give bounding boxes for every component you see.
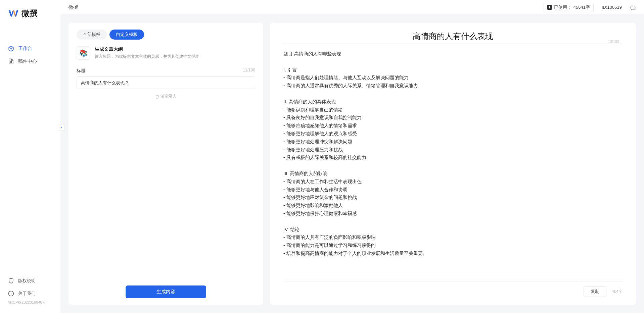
icp-text: 鄂ICP备2022016946号 (0, 300, 60, 308)
cube-icon (8, 46, 14, 52)
nav-workbench[interactable]: 工作台 (0, 42, 60, 55)
usage-value: 45641字 (573, 4, 590, 10)
clear-input-button[interactable]: 清空录入 (77, 94, 255, 99)
word-count: 404字 (612, 289, 623, 295)
nav-label: 工作台 (18, 46, 32, 52)
template-desc: 输入标题，为你提供文章主体的灵感，并为其创建推文提纲 (95, 54, 199, 59)
tab-all-templates[interactable]: 全部模板 (77, 30, 107, 40)
topbar-title: 微撰 (68, 4, 78, 10)
template-card: 📚 生成文章大纲 输入标题，为你提供文章主体的灵感，并为其创建推文提纲 (77, 46, 255, 60)
output-counter: 10/100 (608, 40, 619, 44)
field-counter: 11/100 (243, 68, 255, 74)
nav-drafts[interactable]: 稿件中心 (0, 55, 60, 68)
chevron-left-icon (59, 126, 63, 129)
editor-panel: 全部模板 自定义模板 📚 生成文章大纲 输入标题，为你提供文章主体的灵感，并为其… (68, 23, 263, 305)
logo-icon (8, 8, 19, 19)
app-root: 微撰 工作台 稿件中心 版权说明 关于我们 鄂ICP备2022016946号 (0, 0, 644, 313)
sidebar: 微撰 工作台 稿件中心 版权说明 关于我们 鄂ICP备2022016946号 (0, 0, 60, 313)
generate-button[interactable]: 生成内容 (126, 285, 206, 298)
template-name: 生成文章大纲 (95, 46, 199, 52)
clear-label: 清空录入 (160, 94, 177, 99)
nav-about[interactable]: 关于我们 (0, 287, 60, 300)
output-panel: 高情商的人有什么表现 10/100 题目:高情商的人有哪些表现 I. 引言 - … (270, 23, 636, 305)
nav-label: 关于我们 (18, 291, 36, 297)
logo: 微撰 (0, 8, 60, 32)
output-body: 题目:高情商的人有哪些表现 I. 引言 - 高情商是指人们处理情绪、与他人互动以… (283, 50, 623, 281)
content: 全部模板 自定义模板 📚 生成文章大纲 输入标题，为你提供文章主体的灵感，并为其… (60, 15, 644, 313)
topbar-right: T 已使用： 45641字 ID:100519 (544, 3, 636, 12)
usage-label: 已使用： (554, 4, 571, 10)
shield-icon (8, 278, 14, 284)
sidebar-bottom: 版权说明 关于我们 鄂ICP备2022016946号 (0, 274, 60, 313)
template-tabs: 全部模板 自定义模板 (77, 30, 255, 40)
main: 微撰 T 已使用： 45641字 ID:100519 全部模板 自定义模板 (60, 0, 644, 313)
sidebar-collapse-handle[interactable] (58, 124, 64, 131)
template-info: 生成文章大纲 输入标题，为你提供文章主体的灵感，并为其创建推文提纲 (95, 46, 199, 59)
document-icon (8, 58, 14, 64)
sidebar-nav: 工作台 稿件中心 (0, 32, 60, 274)
tab-custom-templates[interactable]: 自定义模板 (109, 30, 144, 40)
nav-label: 版权说明 (18, 278, 36, 284)
user-id: ID:100519 (602, 5, 622, 10)
topbar: 微撰 T 已使用： 45641字 ID:100519 (60, 0, 644, 15)
nav-copyright[interactable]: 版权说明 (0, 274, 60, 287)
title-field-label: 标题 11/100 (77, 68, 255, 74)
copy-button[interactable]: 复制 (584, 286, 606, 297)
logo-text: 微撰 (21, 8, 38, 19)
field-label-text: 标题 (77, 68, 85, 74)
title-input[interactable] (77, 76, 255, 89)
power-icon[interactable] (630, 4, 636, 10)
text-icon: T (547, 5, 552, 10)
usage-badge[interactable]: T 已使用： 45641字 (544, 3, 594, 12)
trash-icon (155, 95, 159, 99)
nav-label: 稿件中心 (18, 58, 37, 64)
info-icon (8, 291, 14, 297)
divider (283, 44, 623, 44)
output-title: 高情商的人有什么表现 (283, 31, 623, 42)
template-icon: 📚 (77, 46, 90, 60)
output-footer: 复制 404字 (283, 281, 623, 297)
editor-footer: 生成内容 (77, 285, 255, 298)
